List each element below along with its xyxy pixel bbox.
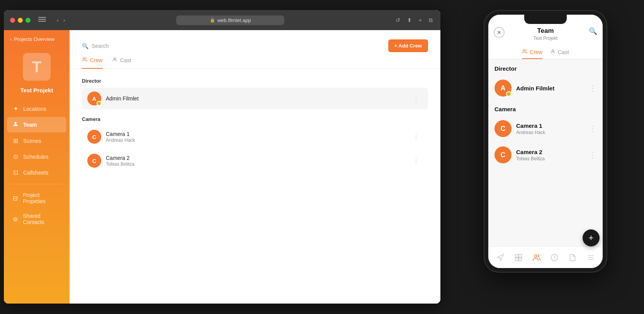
phone-footer-team[interactable] [533, 254, 540, 261]
phone-footer-schedules[interactable] [551, 254, 558, 261]
sidebar-item-label: Team [23, 122, 37, 128]
svg-rect-9 [519, 258, 522, 261]
phone-tab-cast[interactable]: Cast [550, 46, 569, 59]
main-content: 🔍 Search + Add Crew Crew Cast [70, 30, 440, 304]
crew-name-camera2: Camera 2 [106, 155, 410, 161]
tab-crew[interactable]: Crew [82, 57, 103, 69]
sidebar-item-schedules[interactable]: ⊙ Schedules [7, 149, 66, 164]
schedules-icon: ⊙ [12, 153, 19, 160]
close-traffic-light[interactable] [10, 18, 15, 23]
cast-tab-icon [112, 57, 117, 63]
reload-button[interactable]: ↺ [394, 15, 402, 25]
phone-avatar-admin: A [494, 80, 511, 97]
phone-footer-callsheets[interactable] [569, 254, 576, 261]
crew-name-admin: Admin Filmlet [106, 95, 410, 102]
phone-crew-row-camera2[interactable]: C Camera 2 Tobias Belitza ⋮ [494, 143, 596, 166]
sidebar-toggle-icon[interactable] [38, 17, 46, 23]
share-button[interactable]: ⬆ [406, 15, 413, 25]
phone-crew-row-camera1[interactable]: C Camera 1 Andreas Hack ⋮ [494, 117, 596, 140]
new-tab-button[interactable]: + [417, 15, 423, 25]
crew-info-camera1: Camera 1 Andreas Hack [106, 131, 410, 143]
phone-crew-name-camera2: Camera 2 [516, 149, 589, 155]
phone-crew-row-admin[interactable]: A Admin Filmlet ⋮ [494, 76, 596, 100]
sidebar-item-callsheets[interactable]: ⊡ Callsheets [7, 165, 66, 180]
sidebar-item-locations[interactable]: ✦ Locations [7, 101, 66, 116]
address-bar[interactable]: 🔒 web.filmlet.app [176, 15, 284, 25]
sidebar-item-label: Project Propeties [23, 192, 62, 204]
add-crew-button[interactable]: + Add Crew [388, 39, 428, 52]
phone-more-camera2[interactable]: ⋮ [589, 150, 596, 160]
sidebar-item-shared-contacts[interactable]: ⊚ Shared Contacts [7, 209, 66, 229]
phone-camera-section: Camera C Camera 1 Andreas Hack ⋮ [494, 106, 596, 166]
tab-cast[interactable]: Cast [112, 57, 131, 69]
phone-close-button[interactable]: ✕ [494, 27, 505, 38]
phone-footer [488, 246, 603, 268]
sidebar-nav-bottom: ⊟ Project Propeties ⊚ Shared Contacts [4, 188, 70, 229]
avatar-letter: A [92, 95, 97, 102]
crew-tab-icon [82, 57, 87, 63]
mobile-preview: ✕ Team Test Projekt 🔍 Crew Cast [462, 10, 629, 304]
more-options-camera1[interactable]: ⋮ [410, 131, 423, 143]
crew-info-admin: Admin Filmlet [106, 95, 410, 102]
content-body: Director A Admin Filmlet ⋮ Camera [70, 69, 440, 304]
callsheets-icon: ⊡ [12, 169, 19, 176]
phone-cast-tab-icon [550, 49, 556, 55]
phone-fab-button[interactable]: + [583, 229, 600, 246]
svg-point-0 [14, 122, 16, 124]
phone-tab-crew[interactable]: Crew [522, 46, 542, 59]
avatar-admin: A [87, 92, 101, 105]
crew-name-camera1: Camera 1 [106, 131, 410, 137]
search-bar[interactable]: 🔍 Search [82, 43, 109, 49]
svg-rect-7 [519, 254, 522, 257]
maximize-traffic-light[interactable] [25, 18, 31, 23]
svg-rect-6 [515, 254, 518, 257]
camera-section-label: Camera [82, 116, 428, 122]
phone-tabs: Crew Cast [488, 46, 603, 59]
phone-outer: ✕ Team Test Projekt 🔍 Crew Cast [484, 10, 607, 273]
phone-footer-scenes[interactable] [515, 254, 522, 261]
phone-body: Director A Admin Filmlet ⋮ Camera [488, 59, 603, 246]
sidebar-project-name: Test Projekt [4, 84, 70, 101]
phone-footer-locations[interactable] [496, 254, 504, 261]
phone-avatar-camera2: C [494, 146, 511, 163]
sidebar-back-button[interactable]: ‹ Projects Overview [4, 30, 70, 47]
more-options-admin[interactable]: ⋮ [410, 93, 423, 104]
scenes-icon: ⊞ [12, 137, 19, 144]
address-bar-container: 🔒 web.filmlet.app [71, 15, 389, 25]
crew-info-camera2: Camera 2 Tobias Belitza [106, 155, 410, 167]
phone-cast-tab-label: Cast [558, 49, 569, 55]
search-label: Search [92, 43, 109, 49]
sidebar-item-team[interactable]: Team [7, 117, 66, 132]
crew-row-camera1[interactable]: C Camera 1 Andreas Hack ⋮ [82, 126, 428, 148]
sidebar-item-scenes[interactable]: ⊞ Scenes [7, 133, 66, 148]
minimize-traffic-light[interactable] [18, 18, 23, 23]
crew-tab-label: Crew [90, 57, 103, 63]
traffic-lights [10, 18, 31, 23]
forward-button[interactable]: › [62, 15, 67, 25]
camera-section: Camera C Camera 1 Andreas Hack ⋮ [82, 116, 428, 171]
locations-icon: ✦ [12, 105, 19, 112]
back-button[interactable]: ‹ [55, 15, 60, 25]
svg-rect-8 [515, 258, 518, 261]
more-options-camera2[interactable]: ⋮ [410, 155, 423, 166]
tabs-button[interactable]: ⧉ [427, 15, 434, 25]
phone-crew-info-admin: Admin Filmlet [516, 85, 589, 92]
sidebar-item-label: Scenes [23, 138, 41, 144]
phone-footer-menu[interactable] [587, 254, 595, 261]
phone-more-admin[interactable]: ⋮ [589, 83, 596, 93]
app-layout: ‹ Projects Overview T Test Projekt ✦ Loc… [4, 30, 440, 304]
content-header: 🔍 Search + Add Crew [70, 30, 440, 52]
phone-crew-tab-label: Crew [530, 49, 542, 55]
phone-more-camera1[interactable]: ⋮ [589, 124, 596, 133]
phone-search-button[interactable]: 🔍 [589, 27, 597, 36]
project-logo-letter: T [23, 53, 51, 81]
sidebar-item-project-properties[interactable]: ⊟ Project Propeties [7, 188, 66, 208]
crew-row-camera2[interactable]: C Camera 2 Tobias Belitza ⋮ [82, 150, 428, 171]
tabs-row: Crew Cast [70, 52, 440, 69]
shared-contacts-icon: ⊚ [12, 216, 19, 223]
sidebar-item-label: Locations [23, 106, 46, 112]
svg-point-1 [83, 58, 85, 59]
browser-actions: ↺ ⬆ + ⧉ [394, 15, 434, 25]
sidebar-item-label: Callsheets [23, 170, 48, 176]
crew-row-admin[interactable]: A Admin Filmlet ⋮ [82, 88, 428, 109]
